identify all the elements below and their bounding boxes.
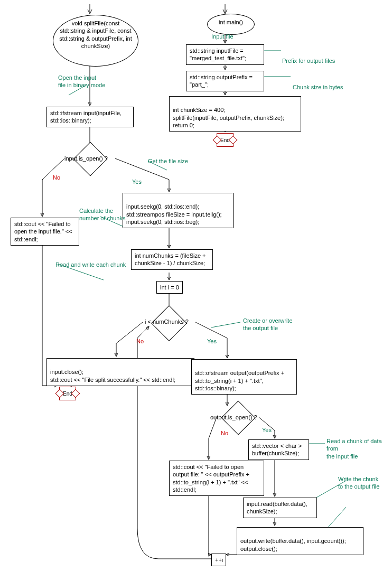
box-inputfile: std::string inputFile = "merged_test_fil… <box>186 44 264 65</box>
box-prefix: std::string outputPrefix = "part_"; <box>186 71 264 91</box>
box-read: input.read(buffer.data(), chunkSize); <box>243 498 317 518</box>
box-init-i: int i = 0 <box>156 281 183 294</box>
anno-rw: Read and write each chunk <box>55 261 126 268</box>
box-failout: std::cout << "Failed to open output file… <box>169 461 264 496</box>
anno-write: Write the chunk to the output file <box>338 475 379 491</box>
anno-chunk: Chunk size in bytes <box>293 83 343 91</box>
box-seek: input.seekg(0, std::ios::end); std::stre… <box>123 193 234 228</box>
anno-prefix: Prefix for output files <box>282 57 335 64</box>
anno-calc: Calculate the number of chunks <box>79 207 125 222</box>
anno-getsize: Get the file size <box>148 157 188 165</box>
label-no-3: No <box>221 430 228 436</box>
diamond-out-open-text: output.is_open() ? <box>210 414 257 420</box>
box-numchunks: int numChunks = (fileSize + chunkSize - … <box>131 249 213 270</box>
label-no-1: No <box>53 174 60 181</box>
diamond-loop-text: i < numChunks ? <box>145 318 189 325</box>
anno-create: Create or overwrite the output file <box>243 317 293 332</box>
box-inc: ++i <box>211 554 226 566</box>
box-ifstream: std::ifstream input(inputFile, std::ios:… <box>46 107 134 127</box>
main-start: int main() <box>207 14 255 35</box>
func-end: End <box>59 387 76 400</box>
box-buffer: std::vector < char > buffer(chunkSize); <box>248 439 309 460</box>
anno-open: Open the input file in binary mode <box>58 74 105 89</box>
label-yes-3: Yes <box>262 427 272 433</box>
main-end: End <box>217 133 234 147</box>
box-write: output.write(buffer.data(), input.gcount… <box>237 527 363 555</box>
func-signature: void splitFile(const std::string & input… <box>59 20 132 49</box>
box-ofstream: std::ofstream output(outputPrefix + std:… <box>191 359 297 395</box>
label-yes-2: Yes <box>207 338 217 344</box>
label-yes-1: Yes <box>132 179 142 185</box>
anno-readchunk: Read a chunk of data from the input file <box>326 437 392 460</box>
box-chunk: int chunkSize = 400; splitFile(inputFile… <box>169 96 301 132</box>
box-close: input.close(); std::cout << "File split … <box>46 358 194 386</box>
func-start: void splitFile(const std::string & input… <box>53 15 138 67</box>
main-signature: int main() <box>219 19 243 25</box>
label-no-2: No <box>136 338 144 344</box>
anno-input-file: Input file <box>211 33 234 40</box>
diamond-is-open-text: input.is_open() ? <box>64 155 108 162</box>
box-failopen: std::cout << "Failed to open the input f… <box>11 218 79 246</box>
